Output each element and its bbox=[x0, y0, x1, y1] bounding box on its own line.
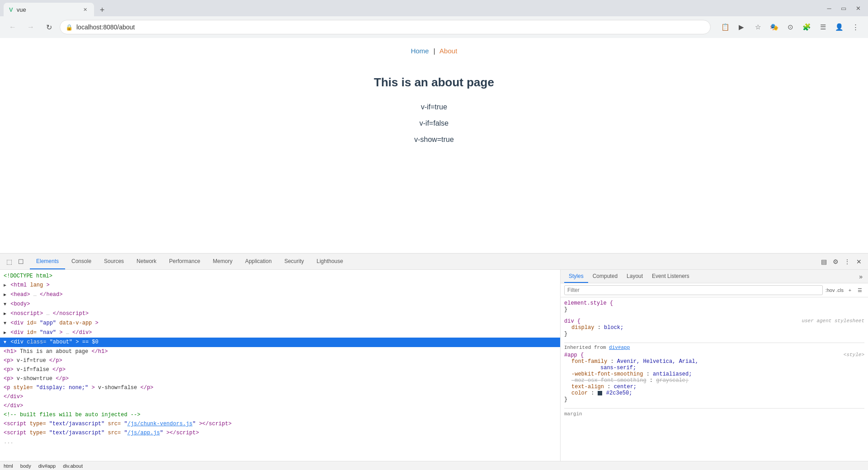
p-vshow-true-line[interactable]: <p> v-show=true </p> bbox=[0, 374, 560, 383]
about-link[interactable]: About bbox=[439, 47, 457, 55]
app-style-source: <style> bbox=[844, 352, 864, 357]
elements-panel: <!DOCTYPE html> <html lang > ▶ <head> … … bbox=[0, 270, 561, 461]
styles-body: element.style { } div { user agent style… bbox=[561, 297, 868, 461]
tab-lighthouse[interactable]: Lighthouse bbox=[310, 254, 349, 269]
profile-icon[interactable]: 👤 bbox=[832, 20, 846, 34]
browser-toolbar-icons: 📋 ▶ ☆ 🎭 ⊙ 🧩 ☰ 👤 ⋮ bbox=[718, 20, 863, 34]
styles-panel: Styles Computed Layout Event Listeners »… bbox=[561, 270, 868, 461]
color-swatch bbox=[598, 391, 602, 395]
page-heading: This is an about page bbox=[374, 75, 494, 89]
bookmark-icon[interactable]: ☆ bbox=[750, 20, 765, 34]
tab-strip: V vue ✕ + bbox=[4, 0, 819, 16]
styles-tab-event-listeners[interactable]: Event Listeners bbox=[647, 270, 694, 283]
styles-tab-layout[interactable]: Layout bbox=[622, 270, 647, 283]
doctype-line[interactable]: <!DOCTYPE html> bbox=[0, 272, 560, 281]
tab-application[interactable]: Application bbox=[239, 254, 278, 269]
maximize-button[interactable]: ▭ bbox=[837, 2, 850, 14]
tab-performance[interactable]: Performance bbox=[163, 254, 207, 269]
content-area: Home | About This is an about page v-if=… bbox=[0, 38, 868, 470]
h1-line[interactable]: <h1> This is an about page </h1> bbox=[0, 347, 560, 356]
script-app-line[interactable]: <script type= "text/javascript" src= "/j… bbox=[0, 428, 560, 437]
responsive-mode-icon[interactable]: ☐ bbox=[15, 256, 26, 267]
tab-sources[interactable]: Sources bbox=[98, 254, 130, 269]
forward-button[interactable]: → bbox=[24, 20, 38, 34]
devtools-toolbar: ⬚ ☐ Elements Console Sources Network Per… bbox=[0, 254, 868, 270]
breadcrumb-body[interactable]: body bbox=[20, 463, 31, 469]
html-line[interactable]: <html lang > bbox=[0, 281, 560, 290]
element-style-rule: element.style { } bbox=[564, 300, 864, 313]
more-icon[interactable]: ⋮ bbox=[848, 20, 863, 34]
title-bar: V vue ✕ + ─ ▭ ✕ bbox=[0, 0, 868, 16]
back-button[interactable]: ← bbox=[5, 20, 20, 34]
inspect-element-icon[interactable]: ⬚ bbox=[4, 256, 14, 267]
p-vif-true-line[interactable]: <p> v-if=true </p> bbox=[0, 356, 560, 365]
breadcrumb-div-about[interactable]: div.about bbox=[63, 463, 83, 469]
minimize-button[interactable]: ─ bbox=[823, 2, 835, 14]
tab-elements[interactable]: Elements bbox=[30, 254, 65, 269]
home-link[interactable]: Home bbox=[411, 47, 429, 55]
script-vendors-line[interactable]: <script type= "text/javascript" src= "/j… bbox=[0, 419, 560, 428]
tab-network[interactable]: Network bbox=[130, 254, 163, 269]
breadcrumb-html[interactable]: html bbox=[4, 463, 13, 469]
inherited-link[interactable]: div#app bbox=[609, 345, 630, 350]
tab-console[interactable]: Console bbox=[65, 254, 98, 269]
devtools-close-icon[interactable]: ✕ bbox=[854, 256, 864, 267]
div-style-rule: div { user agent stylesheet display : bl… bbox=[564, 318, 864, 337]
reload-button[interactable]: ↻ bbox=[42, 20, 56, 34]
tab-memory[interactable]: Memory bbox=[207, 254, 239, 269]
p-vif-false-line[interactable]: <p> v-if=false </p> bbox=[0, 365, 560, 374]
breadcrumb-div-app[interactable]: div#app bbox=[38, 463, 56, 469]
div-app-close-line[interactable]: </div> bbox=[0, 401, 560, 410]
comment-built-line[interactable]: <!-- built files will be auto injected -… bbox=[0, 410, 560, 419]
nav-separator: | bbox=[434, 47, 435, 55]
browser-tab[interactable]: V vue ✕ bbox=[4, 3, 94, 16]
cast-icon[interactable]: 📋 bbox=[718, 20, 732, 34]
vif-false-text: v-if=false bbox=[420, 119, 448, 127]
circle-icon[interactable]: ⊙ bbox=[783, 20, 797, 34]
url-display: localhost:8080/about bbox=[76, 24, 705, 31]
devtools-statusbar: html body div#app div.about bbox=[0, 461, 868, 470]
div-about-line[interactable]: ▼ <div class= "about" > == $0 bbox=[0, 338, 560, 347]
tab-title: vue bbox=[17, 6, 78, 13]
head-line[interactable]: ▶ <head> … </head> bbox=[0, 290, 560, 300]
theme-icon[interactable]: 🎭 bbox=[767, 20, 781, 34]
add-style-icon[interactable]: + bbox=[845, 286, 854, 295]
vif-true-text: v-if=true bbox=[421, 103, 447, 111]
devtools-more-icon[interactable]: ⋮ bbox=[842, 256, 853, 267]
browser-window: V vue ✕ + ─ ▭ ✕ ← → ↻ 🔒 localhost:8080/a… bbox=[0, 0, 868, 470]
devtools-settings-icon[interactable]: ⚙ bbox=[830, 256, 841, 267]
collapse-triangle[interactable] bbox=[4, 283, 6, 288]
devtools-right-icons: ▤ ⚙ ⋮ ✕ bbox=[818, 256, 864, 267]
devtools-tabs: Elements Console Sources Network Perform… bbox=[30, 254, 818, 269]
noscript-line[interactable]: ▶ <noscript> … </noscript> bbox=[0, 309, 560, 319]
page-content: Home | About This is an about page v-if=… bbox=[0, 38, 868, 253]
styles-pseudo-filter: :hov .cls bbox=[826, 287, 844, 293]
styles-tab-computed[interactable]: Computed bbox=[588, 270, 622, 283]
p-vshow-false-line[interactable]: <p style= "display: none;" > v-show=fals… bbox=[0, 383, 560, 392]
list-icon[interactable]: ☰ bbox=[816, 20, 830, 34]
div-close-line[interactable]: </div> bbox=[0, 392, 560, 401]
devtools-panel: ⬚ ☐ Elements Console Sources Network Per… bbox=[0, 253, 868, 470]
toggle-classes-icon[interactable]: ☰ bbox=[855, 286, 864, 295]
body-open-line[interactable]: ▼ <body> bbox=[0, 300, 560, 309]
tab-security[interactable]: Security bbox=[278, 254, 310, 269]
address-input-wrap[interactable]: 🔒 localhost:8080/about bbox=[60, 20, 711, 34]
app-style-rule: #app { <style> font-family : Avenir, Hel… bbox=[564, 352, 864, 403]
address-bar: ← → ↻ 🔒 localhost:8080/about 📋 ▶ ☆ 🎭 ⊙ 🧩… bbox=[0, 16, 868, 38]
user-agent-source: user agent stylesheet bbox=[802, 318, 864, 324]
div-app-line[interactable]: ▼ <div id= "app" data-v-app > bbox=[0, 319, 560, 328]
styles-more-icon[interactable]: » bbox=[857, 273, 864, 280]
tab-close-button[interactable]: ✕ bbox=[81, 6, 89, 13]
styles-tabs: Styles Computed Layout Event Listeners » bbox=[561, 270, 868, 283]
close-button[interactable]: ✕ bbox=[852, 2, 864, 14]
dots-line: ... bbox=[0, 437, 560, 446]
vue-logo-icon: V bbox=[9, 6, 13, 13]
new-tab-button[interactable]: + bbox=[96, 4, 108, 16]
styles-filter-icons: + ☰ bbox=[845, 286, 864, 295]
div-nav-line[interactable]: ▶ <div id= "nav" > … </div> bbox=[0, 328, 560, 338]
extensions-icon[interactable]: 🧩 bbox=[799, 20, 814, 34]
styles-tab-styles[interactable]: Styles bbox=[564, 270, 588, 283]
styles-filter-input[interactable] bbox=[564, 285, 823, 295]
devtools-layout-icon[interactable]: ▤ bbox=[818, 256, 829, 267]
media-icon[interactable]: ▶ bbox=[734, 20, 749, 34]
